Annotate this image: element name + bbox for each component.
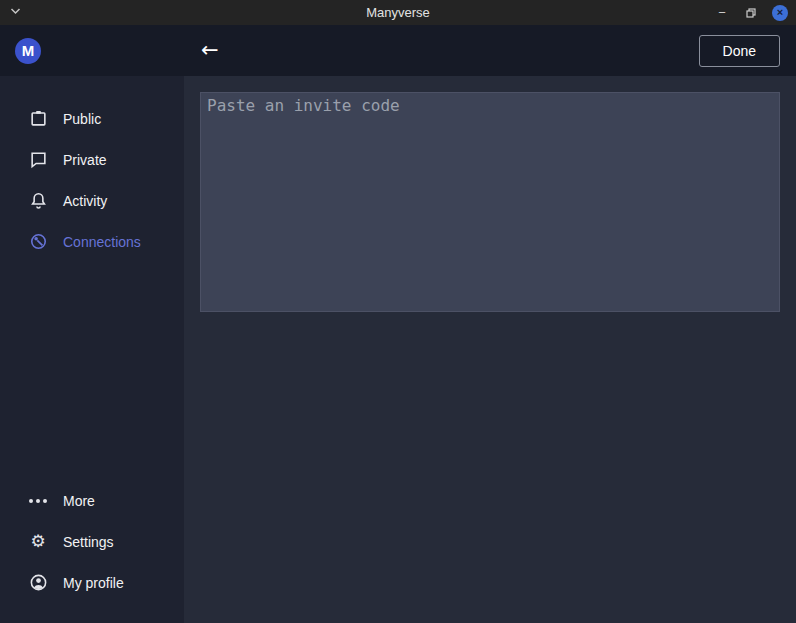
more-dots-icon — [28, 491, 48, 511]
window-menu-chevron-icon[interactable] — [10, 7, 21, 15]
back-button[interactable]: ← — [201, 40, 219, 61]
sidebar-item-label: Private — [63, 152, 107, 168]
sidebar-item-label: Activity — [63, 193, 107, 209]
minimize-button[interactable]: − — [714, 5, 730, 21]
gear-icon: ⚙ — [28, 532, 48, 552]
sidebar-item-private[interactable]: Private — [0, 139, 184, 180]
sidebar-item-my-profile[interactable]: My profile — [0, 562, 184, 603]
restore-icon — [746, 8, 756, 18]
sidebar-item-activity[interactable]: Activity — [0, 180, 184, 221]
sidebar-item-label: Public — [63, 111, 101, 127]
app-header: M ← Done — [0, 25, 796, 76]
sidebar-item-public[interactable]: Public — [0, 98, 184, 139]
restore-button[interactable] — [743, 5, 759, 21]
connections-icon — [28, 232, 48, 252]
main-content — [184, 76, 796, 623]
sidebar-item-label: More — [63, 493, 95, 509]
window-title: Manyverse — [0, 5, 796, 20]
sidebar-item-settings[interactable]: ⚙ Settings — [0, 521, 184, 562]
close-button[interactable]: × — [772, 5, 788, 21]
sidebar-item-label: Settings — [63, 534, 114, 550]
activity-bell-icon — [28, 191, 48, 211]
sidebar-spacer — [0, 262, 184, 480]
private-icon — [28, 150, 48, 170]
sidebar-item-label: Connections — [63, 234, 141, 250]
sidebar-item-connections[interactable]: Connections — [0, 221, 184, 262]
done-button[interactable]: Done — [699, 35, 780, 67]
sidebar-item-more[interactable]: More — [0, 480, 184, 521]
public-icon — [28, 109, 48, 129]
sidebar: Public Private Activity — [0, 76, 184, 623]
manyverse-logo: M — [15, 38, 41, 64]
window-titlebar: Manyverse − × — [0, 0, 796, 25]
profile-icon — [28, 573, 48, 593]
sidebar-item-label: My profile — [63, 575, 124, 591]
invite-code-input[interactable] — [200, 92, 780, 312]
